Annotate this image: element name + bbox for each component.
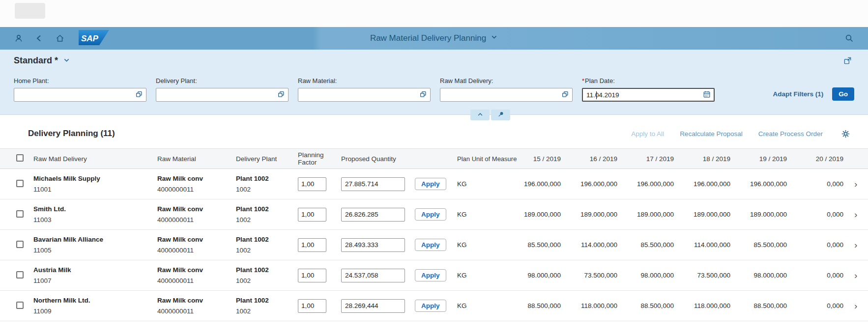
table-row[interactable]: Austria Milk 11007 Raw Milk conv 4000000… [0, 260, 868, 291]
collapse-filter-bar-button[interactable] [470, 110, 490, 120]
cell-raw-matl-delivery: Michaels Milk Supply 11001 [24, 169, 147, 199]
raw-matl-delivery-value-help-button[interactable] [558, 88, 572, 101]
home-button[interactable] [53, 31, 67, 45]
table-row[interactable]: Northern Milk Ltd. 11009 Raw Milk conv 4… [0, 291, 868, 321]
raw-material-input[interactable] [298, 88, 416, 101]
user-profile-button[interactable] [12, 31, 26, 45]
apply-button[interactable]: Apply [415, 269, 446, 281]
delivery-id: 11007 [33, 277, 144, 284]
cell-week-20: 0,000 [794, 199, 850, 230]
filter-edge-buttons [470, 110, 510, 120]
table-settings-button[interactable] [839, 127, 852, 140]
cell-week-17: 189.000,000 [624, 199, 681, 230]
row-chevron-icon[interactable]: › [854, 179, 857, 189]
apply-button[interactable]: Apply [415, 300, 446, 312]
cell-apply: Apply [411, 199, 453, 230]
sap-logo-text: SAP [81, 34, 99, 43]
adapt-filters-button[interactable]: Adapt Filters (1) [773, 90, 823, 98]
cell-planning-factor [294, 199, 337, 230]
shell-bar: SAP Raw Material Delivery Planning [0, 27, 868, 50]
row-chevron-icon[interactable]: › [854, 271, 857, 280]
plant-id: 1002 [236, 216, 290, 223]
row-checkbox[interactable] [16, 180, 24, 187]
table-header-row: Raw Matl Delivery Raw Material Delivery … [0, 149, 868, 169]
delivery-id: 11005 [33, 247, 144, 254]
person-icon [14, 34, 23, 43]
planning-factor-input[interactable] [298, 299, 326, 313]
plant-name: Plant 1002 [236, 205, 290, 213]
cell-unit: KG [453, 230, 511, 260]
cell-proposed-quantity [337, 291, 411, 321]
apply-button[interactable]: Apply [415, 208, 446, 221]
create-process-order-button[interactable]: Create Process Order [758, 130, 823, 138]
row-chevron-icon[interactable]: › [854, 210, 857, 219]
delivery-name: Austria Milk [33, 266, 144, 274]
plant-name: Plant 1002 [236, 236, 290, 243]
proposed-quantity-input[interactable] [341, 269, 405, 282]
cell-raw-matl-delivery: Northern Milk Ltd. 11009 [24, 291, 147, 321]
plan-date-calendar-button[interactable] [700, 89, 714, 101]
home-plant-value-help-button[interactable] [132, 88, 146, 101]
raw-material-value-help-button[interactable] [416, 88, 430, 101]
delivery-plant-input[interactable] [156, 88, 274, 101]
filter-label: Home Plant: [14, 77, 146, 84]
cell-week-18: 196.000,000 [681, 169, 737, 199]
proposed-quantity-input[interactable] [341, 208, 405, 222]
row-checkbox[interactable] [16, 271, 24, 278]
app-title-menu[interactable]: Raw Material Delivery Planning [370, 33, 498, 43]
apply-button[interactable]: Apply [415, 178, 446, 190]
column-header-delivery-plant: Delivery Plant [231, 149, 294, 169]
table-row[interactable]: Smith Ltd. 11003 Raw Milk conv 400000001… [0, 199, 868, 230]
variant-selector[interactable]: Standard * [14, 55, 70, 66]
cell-planning-factor [294, 230, 337, 260]
row-checkbox[interactable] [16, 241, 24, 248]
row-checkbox[interactable] [16, 302, 24, 309]
filter-field-plan-date: *Plan Date: [582, 77, 715, 102]
variant-bar: Standard * [0, 50, 868, 71]
cell-unit: KG [453, 260, 511, 291]
raw-material-input-wrap [298, 88, 431, 102]
filter-actions: Adapt Filters (1) Go [773, 87, 854, 102]
cell-planning-factor [294, 291, 337, 321]
proposed-quantity-input[interactable] [341, 238, 405, 252]
table-row[interactable]: Michaels Milk Supply 11001 Raw Milk conv… [0, 169, 868, 199]
cell-week-19: 189.000,000 [737, 199, 794, 230]
raw-matl-delivery-input[interactable] [440, 88, 558, 101]
planning-factor-input[interactable] [298, 238, 326, 252]
row-chevron-icon[interactable]: › [854, 240, 857, 250]
go-button[interactable]: Go [832, 87, 854, 101]
proposed-quantity-input[interactable] [341, 177, 405, 191]
export-icon [843, 56, 852, 65]
apply-button[interactable]: Apply [415, 239, 446, 251]
plan-date-input[interactable] [583, 89, 700, 101]
cell-raw-material: Raw Milk conv 4000000011 [147, 291, 231, 321]
plant-name: Plant 1002 [236, 266, 290, 274]
filter-bar: Home Plant: Delivery Plant: [0, 71, 868, 115]
pin-filter-bar-button[interactable] [491, 110, 510, 120]
table-row[interactable]: Bavarian Milk Alliance 11005 Raw Milk co… [0, 230, 868, 260]
calendar-icon [703, 90, 711, 100]
share-export-button[interactable] [840, 54, 854, 67]
cell-delivery-plant: Plant 1002 1002 [231, 199, 294, 230]
home-plant-input[interactable] [14, 88, 132, 101]
plant-id: 1002 [236, 307, 290, 315]
cell-proposed-quantity [337, 260, 411, 291]
cell-week-15: 88.500,000 [511, 291, 568, 321]
select-all-checkbox[interactable] [16, 154, 24, 162]
plant-id: 1002 [236, 277, 290, 284]
planning-factor-input[interactable] [298, 208, 326, 222]
row-checkbox[interactable] [16, 210, 24, 218]
apply-to-all-button[interactable]: Apply to All [631, 130, 664, 138]
recalculate-proposal-button[interactable]: Recalculate Proposal [680, 130, 743, 138]
back-button[interactable] [32, 31, 46, 45]
cell-week-16: 196.000,000 [568, 169, 624, 199]
pin-icon [497, 111, 504, 119]
search-button[interactable] [842, 31, 856, 45]
planning-factor-input[interactable] [298, 269, 326, 282]
delivery-plant-value-help-button[interactable] [274, 88, 288, 101]
delivery-id: 11009 [33, 307, 144, 315]
cell-raw-matl-delivery: Austria Milk 11007 [24, 260, 147, 291]
proposed-quantity-input[interactable] [341, 299, 405, 313]
planning-factor-input[interactable] [298, 177, 326, 191]
row-chevron-icon[interactable]: › [854, 301, 857, 310]
